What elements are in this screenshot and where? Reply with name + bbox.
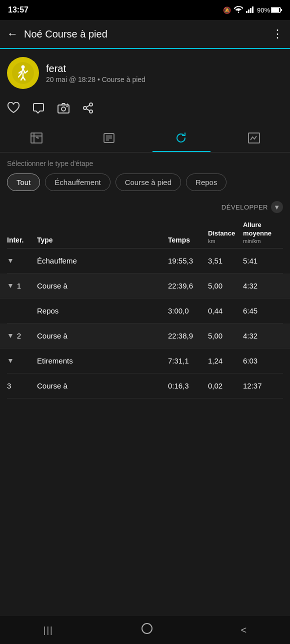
type-cell: Repos: [37, 306, 168, 315]
header-distance: Distance km: [208, 230, 243, 244]
status-time: 13:57: [8, 6, 28, 14]
battery-percent: 90%: [257, 6, 270, 14]
table-row[interactable]: ▼ Etirements 7:31,1 1,24 6:03: [7, 348, 283, 374]
chip-tout[interactable]: Tout: [7, 174, 40, 191]
profile-section: ferat 20 mai @ 18:28 • Course à pied: [0, 49, 290, 97]
photo-button[interactable]: [57, 102, 70, 117]
svg-line-25: [86, 105, 90, 107]
more-button[interactable]: ⋮: [272, 28, 283, 40]
profile-info: ferat 20 mai @ 18:28 • Course à pied: [46, 63, 146, 84]
chevron-icon: ▼: [7, 356, 14, 364]
tab-row: [0, 124, 290, 152]
nav-home-button[interactable]: [135, 616, 159, 644]
inter-number: 3: [7, 382, 11, 390]
svg-rect-2: [250, 8, 252, 13]
inter-number: 1: [17, 282, 21, 290]
header-allure: Allure moyenne min/km: [243, 221, 283, 244]
tab-map[interactable]: [0, 127, 72, 152]
filter-chips: Tout Échauffement Course à pied Repos: [7, 174, 283, 197]
chip-course[interactable]: Course à pied: [116, 174, 181, 191]
signal-icon: [246, 6, 254, 14]
table-row[interactable]: ▼ 2 Course à 22:38,9 5,00 4:32: [0, 324, 290, 348]
status-bar: 13:57 🔕 90%: [0, 0, 290, 20]
allure-cell: 6:03: [243, 356, 283, 365]
share-button[interactable]: [82, 102, 95, 117]
wifi-icon: [234, 6, 243, 14]
distance-cell: 3,51: [208, 256, 243, 265]
type-cell: Etirements: [37, 356, 168, 365]
chart-tab-icon: [248, 132, 260, 147]
svg-rect-0: [246, 11, 248, 13]
map-tab-icon: [30, 132, 43, 147]
develop-label: DÉVELOPPER: [222, 204, 268, 211]
svg-rect-6: [281, 9, 282, 11]
tab-chart[interactable]: [218, 127, 290, 152]
chevron-icon: ▼: [7, 332, 14, 340]
distance-cell: 0,44: [208, 306, 243, 315]
profile-name: ferat: [46, 63, 146, 74]
develop-arrow-icon: ▼: [271, 201, 283, 213]
temps-cell: 0:16,3: [168, 382, 208, 390]
table-container: Inter. Type Temps Distance km Allure moy…: [0, 217, 290, 398]
header-inter: Inter.: [7, 236, 37, 244]
temps-cell: 3:00,0: [168, 306, 208, 315]
list-tab-icon: [102, 132, 116, 147]
back-button[interactable]: ←: [7, 28, 18, 40]
table-row[interactable]: Repos 3:00,0 0,44 6:45: [7, 298, 283, 324]
inter-cell: ▼ 2: [7, 332, 37, 340]
comment-button[interactable]: [32, 102, 45, 117]
header-type: Type: [37, 236, 168, 244]
type-cell: Course à: [37, 382, 168, 390]
page-title: Noé Course à pied: [24, 28, 272, 40]
distance-cell: 1,24: [208, 356, 243, 365]
nav-menu-button[interactable]: |||: [38, 620, 58, 640]
distance-cell: 5,00: [208, 332, 243, 340]
inter-cell: 3: [7, 382, 37, 390]
tab-list[interactable]: [72, 127, 145, 152]
allure-cell: 12:37: [243, 382, 283, 390]
table-row[interactable]: ▼ 1 Course à 22:39,6 5,00 4:32: [0, 274, 290, 298]
svg-rect-5: [272, 8, 279, 12]
distance-cell: 5,00: [208, 282, 243, 290]
chip-repos[interactable]: Repos: [186, 174, 226, 191]
nav-bar: ||| <: [0, 616, 290, 644]
svg-line-26: [86, 108, 90, 110]
distance-cell: 0,02: [208, 382, 243, 390]
allure-cell: 5:41: [243, 256, 283, 265]
action-row: [0, 97, 290, 124]
svg-rect-1: [248, 10, 250, 13]
temps-cell: 7:31,1: [168, 356, 208, 365]
inter-number: 2: [17, 332, 21, 340]
develop-button[interactable]: DÉVELOPPER ▼: [222, 201, 283, 213]
laps-tab-icon: [175, 132, 188, 147]
inter-cell: ▼: [7, 256, 37, 264]
type-cell: Course à: [37, 332, 168, 340]
inter-cell: ▼: [7, 356, 37, 364]
like-button[interactable]: [7, 102, 20, 117]
svg-rect-35: [142, 624, 152, 634]
allure-cell: 4:32: [243, 332, 283, 340]
top-bar: ← Noé Course à pied ⋮: [0, 20, 290, 49]
header-temps: Temps: [168, 236, 208, 244]
table-row[interactable]: ▼ Échauffeme 19:55,3 3,51 5:41: [7, 248, 283, 274]
allure-cell: 6:45: [243, 306, 283, 315]
temps-cell: 22:38,9: [168, 332, 208, 340]
type-cell: Course à: [37, 282, 168, 290]
table-row[interactable]: 3 Course à 0:16,3 0,02 12:37: [7, 374, 283, 398]
tab-laps[interactable]: [145, 127, 218, 152]
develop-row: DÉVELOPPER ▼: [0, 197, 290, 217]
profile-meta: 20 mai @ 18:28 • Course à pied: [46, 76, 146, 84]
table-header: Inter. Type Temps Distance km Allure moy…: [7, 217, 283, 248]
temps-cell: 22:39,6: [168, 282, 208, 290]
chevron-icon: ▼: [7, 256, 14, 264]
battery-icon: 90%: [257, 6, 282, 14]
chevron-icon: ▼: [7, 282, 14, 290]
svg-point-18: [62, 107, 66, 111]
avatar: [7, 57, 39, 89]
mute-icon: 🔕: [223, 6, 231, 14]
status-icons: 🔕 90%: [223, 6, 282, 14]
chip-echauffement[interactable]: Échauffement: [45, 174, 110, 191]
filter-label: Sélectionner le type d'étape: [7, 160, 283, 168]
nav-back-button[interactable]: <: [236, 620, 252, 641]
allure-cell: 4:32: [243, 282, 283, 290]
